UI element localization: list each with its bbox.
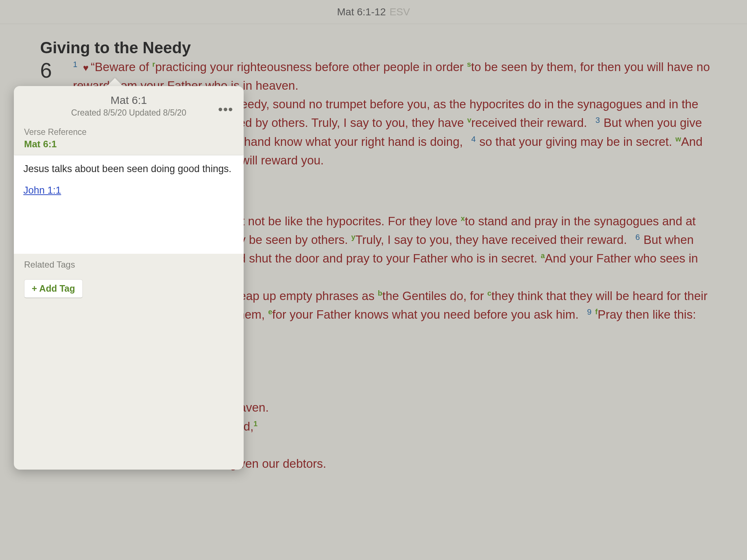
popup-header: Mat 6:1 Created 8/5/20 Updated 8/5/20 ••…	[14, 86, 244, 124]
verse-text: for your Father knows what you need be­f…	[272, 308, 578, 321]
verse-text: so that your giving may be in secret.	[479, 135, 675, 148]
verse-number[interactable]: 6	[635, 233, 640, 242]
verse-number[interactable]: 3	[596, 116, 600, 125]
footnote-marker[interactable]: x	[461, 214, 465, 222]
verse-number[interactable]: 4	[471, 135, 476, 144]
footnote-marker[interactable]: v	[467, 116, 471, 124]
more-options-icon[interactable]: •••	[218, 102, 233, 116]
passage-reference: Mat 6:1-12	[337, 6, 386, 18]
popup-caret-icon	[107, 78, 123, 86]
verse-reference-link[interactable]: Mat 6:1	[14, 139, 244, 155]
verse-text: the Gentiles do, for	[382, 289, 487, 303]
note-link[interactable]: John 1:1	[23, 185, 61, 196]
verse-number[interactable]: 1	[73, 60, 77, 69]
footnote-marker[interactable]: 1	[253, 420, 258, 428]
footnote-marker[interactable]: a	[541, 252, 545, 260]
footnote-marker[interactable]: w	[676, 135, 681, 143]
header-bar: Mat 6:1-12 ESV	[0, 0, 747, 24]
note-popup: Mat 6:1 Created 8/5/20 Updated 8/5/20 ••…	[14, 86, 244, 470]
translation-version: ESV	[390, 6, 410, 18]
verse-text: Truly, I say to you, they have received …	[355, 233, 627, 246]
footnote-marker[interactable]: e	[268, 308, 272, 316]
verse-text: received their reward.	[471, 116, 587, 129]
verse-reference-label: Verse Reference	[14, 124, 244, 139]
popup-subtitle: Created 8/5/20 Updated 8/5/20	[25, 108, 233, 118]
tags-section: Related Tags + Add Tag	[14, 254, 244, 304]
verse-number[interactable]: 9	[587, 307, 592, 316]
verse-text: Pray then like this:	[597, 308, 696, 321]
popup-title: Mat 6:1	[25, 94, 233, 106]
verse-text: “Beware of	[91, 60, 152, 74]
footnote-marker[interactable]: c	[487, 289, 491, 297]
note-text: Jesus talks about been seen doing good t…	[23, 163, 234, 175]
footnote-marker[interactable]: y	[351, 233, 355, 241]
note-body[interactable]: Jesus talks about been seen doing good t…	[14, 155, 244, 254]
footnote-marker[interactable]: s	[467, 60, 471, 68]
verse-text: practicing your righteousness before oth…	[155, 60, 467, 74]
heart-icon[interactable]: ♥	[83, 62, 88, 73]
section-heading: Giving to the Needy	[40, 39, 711, 57]
footnote-marker[interactable]: b	[378, 289, 382, 297]
add-tag-button[interactable]: + Add Tag	[24, 279, 83, 298]
related-tags-label: Related Tags	[24, 260, 233, 270]
